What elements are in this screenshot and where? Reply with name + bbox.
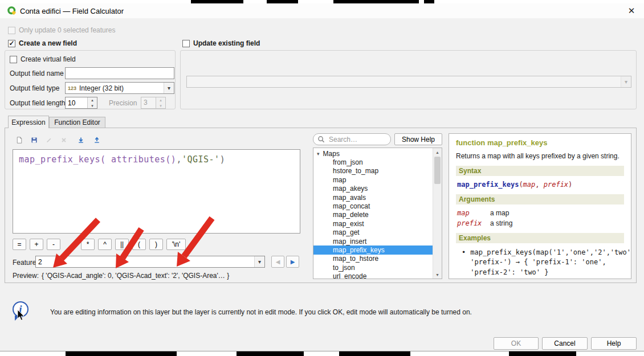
precision-spinner: 3 ▴ ▾	[141, 97, 166, 109]
create-new-field-checkbox[interactable]: ✓ Create a new field	[8, 39, 77, 47]
feature-combo[interactable]: ▾	[35, 256, 265, 268]
output-field-type-value: Integer (32 bit)	[79, 84, 124, 92]
update-existing-field-checkbox[interactable]: Update existing field	[182, 39, 260, 47]
tree-item-selected[interactable]: map_prefix_keys	[313, 245, 433, 254]
tree-scrollbar[interactable]: ▲ ▼	[433, 148, 442, 279]
ok-button[interactable]: OK	[494, 337, 539, 350]
syntax-punct: ,	[535, 181, 543, 189]
save-expression-button[interactable]	[27, 133, 41, 147]
tree-item[interactable]: map	[313, 175, 433, 184]
tree-item[interactable]: map_concat	[313, 202, 433, 210]
export-expression-button[interactable]	[90, 133, 104, 147]
tree-item[interactable]: url_encode	[313, 272, 433, 279]
bullet-icon: •	[462, 248, 466, 277]
operator-close-paren-button[interactable]: )	[149, 239, 163, 250]
titlebar[interactable]: Conta edifici — Field Calculator ✕	[0, 3, 644, 18]
tree-item[interactable]: map_to_hstore	[313, 255, 433, 263]
chevron-down-icon[interactable]: ▾	[254, 256, 264, 267]
checkbox-box	[8, 27, 15, 34]
new-expression-button[interactable]	[13, 133, 26, 147]
cancel-button[interactable]: Cancel	[542, 337, 588, 350]
create-virtual-field-checkbox[interactable]: Create virtual field	[10, 55, 76, 63]
spinner-buttons[interactable]: ▴ ▾	[87, 97, 97, 108]
tree-item[interactable]: map_insert	[313, 237, 433, 245]
syntax-function-name: map_prefix_keys	[457, 181, 519, 189]
checkbox-box[interactable]	[182, 40, 190, 47]
function-search-box[interactable]	[313, 133, 391, 145]
help-description: Returns a map with all keys prefixed by …	[456, 152, 624, 160]
output-field-type-combo[interactable]: 123 Integer (32 bit) ▾	[65, 82, 174, 94]
spin-up-icon[interactable]: ▴	[88, 97, 97, 103]
tree-item[interactable]: map_delete	[313, 211, 433, 219]
delete-expression-button	[57, 133, 71, 147]
tree-item[interactable]: from_json	[313, 158, 433, 166]
export-up-arrow-icon	[93, 136, 100, 145]
create-virtual-field-label: Create virtual field	[21, 55, 76, 63]
existing-field-combo: ▾	[186, 76, 631, 88]
qgis-logo-icon	[7, 6, 17, 16]
operator-plus-button[interactable]: +	[30, 239, 43, 250]
only-update-label: Only update 0 selected features	[19, 26, 115, 34]
scroll-up-icon[interactable]: ▲	[433, 148, 442, 156]
chevron-down-icon[interactable]: ▾	[164, 83, 174, 93]
close-icon[interactable]: ✕	[626, 5, 637, 17]
checkbox-checked-box[interactable]: ✓	[8, 40, 15, 47]
argument-desc: a map	[490, 209, 624, 217]
code-string: 'QGIS-'	[182, 154, 220, 165]
tab-expression[interactable]: Expression	[8, 116, 49, 128]
search-icon	[317, 136, 325, 143]
syntax-line: map_prefix_keys(map, prefix)	[457, 181, 624, 189]
tree-expand-icon[interactable]: ▾	[317, 151, 320, 157]
examples-header: Examples	[456, 233, 624, 243]
scroll-down-icon[interactable]: ▼	[433, 271, 442, 279]
feature-value-input[interactable]	[38, 258, 251, 266]
pencil-icon	[46, 136, 52, 145]
length-value-input[interactable]	[66, 97, 87, 108]
operator-newline-button[interactable]: '\n'	[166, 239, 186, 250]
prev-arrow-icon: ◀	[276, 259, 280, 265]
map-canvas-fragment	[333, 0, 419, 3]
tree-group-maps[interactable]: ▾ Maps	[313, 149, 433, 158]
map-canvas-fragment	[66, 351, 177, 356]
code-punct: )	[220, 154, 226, 165]
tab-function-editor-label: Function Editor	[54, 118, 100, 126]
operator-multiply-button[interactable]: *	[81, 239, 95, 250]
help-button[interactable]: Help	[591, 337, 637, 350]
checkbox-box[interactable]	[10, 56, 17, 63]
import-expression-button[interactable]	[74, 133, 88, 147]
output-field-name-input[interactable]	[65, 67, 174, 79]
field-calculator-dialog: Conta edifici — Field Calculator ✕ Only …	[0, 3, 644, 351]
expression-editor[interactable]: map_prefix_keys( attributes(),'QGIS-')	[13, 149, 300, 234]
tree-item[interactable]: map_avals	[313, 193, 433, 202]
spin-down-icon[interactable]: ▾	[88, 103, 97, 109]
next-feature-button[interactable]: ▶	[286, 256, 299, 268]
operator-open-paren-button[interactable]: (	[132, 239, 146, 250]
window-title: Conta edifici — Field Calculator	[20, 7, 124, 15]
precision-value: 3	[141, 97, 156, 108]
tree-item[interactable]: to_json	[313, 263, 433, 272]
tab-expression-label: Expression	[11, 118, 45, 126]
new-file-icon	[16, 136, 23, 145]
arguments-table: map a map prefix a string	[457, 209, 624, 227]
edit-expression-button	[42, 133, 56, 147]
operator-minus-button[interactable]: -	[47, 239, 60, 250]
search-input[interactable]	[328, 135, 386, 144]
function-tree-rows: ▾ Maps from_json hstore_to_map map map_a…	[313, 148, 433, 279]
operator-equals-button[interactable]: =	[13, 239, 26, 250]
scrollbar-thumb[interactable]	[434, 157, 441, 184]
tree-item[interactable]: map_get	[313, 228, 433, 237]
tab-function-editor[interactable]: Function Editor	[49, 117, 105, 128]
tree-item[interactable]: map_exist	[313, 219, 433, 228]
map-canvas-fragment	[424, 0, 434, 3]
operator-power-button[interactable]: ^	[98, 239, 112, 250]
tree-item[interactable]: map_akeys	[313, 185, 433, 193]
preview-row: Preview: { 'QGIS-Acad_angle': 0, 'QGIS-A…	[13, 272, 229, 280]
tree-item[interactable]: hstore_to_map	[313, 167, 433, 175]
function-tree[interactable]: ▾ Maps from_json hstore_to_map map map_a…	[313, 148, 442, 279]
argument-name: prefix	[457, 219, 490, 227]
output-field-name-label: Output field name	[10, 69, 64, 77]
output-field-length-spinner[interactable]: ▴ ▾	[65, 97, 97, 109]
spinner-buttons: ▴ ▾	[156, 97, 165, 108]
show-help-button[interactable]: Show Help	[394, 133, 442, 145]
operator-concat-button[interactable]: ||	[115, 239, 129, 250]
